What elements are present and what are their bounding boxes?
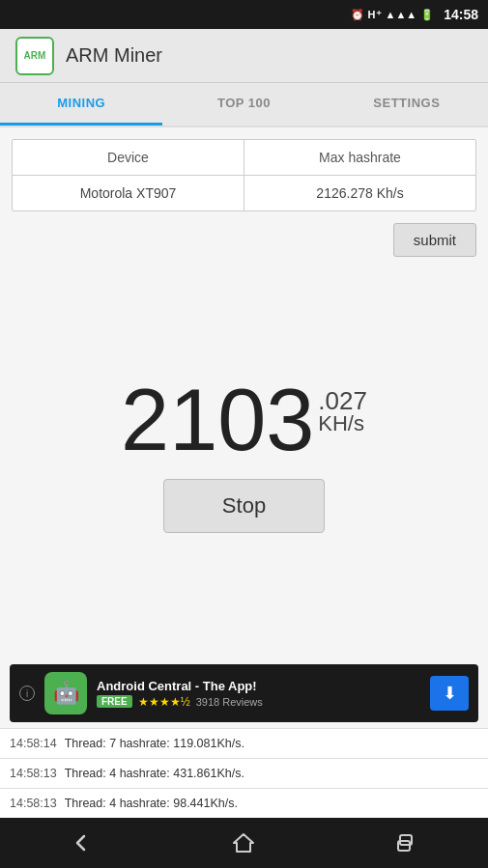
ad-banner: i 🤖 Android Central - The App! FREE ★★★★… — [10, 664, 478, 722]
log-time-3: 14:58:13 — [10, 797, 57, 810]
submit-button[interactable]: submit — [393, 223, 476, 257]
svg-marker-0 — [234, 834, 253, 852]
ad-download-button[interactable]: ⬇ — [430, 676, 469, 711]
hashrate-unit: KH/s — [318, 413, 367, 434]
ad-free-badge: FREE — [97, 695, 132, 708]
home-icon — [232, 831, 255, 854]
log-message-2: Thread: 4 hashrate: 431.861Kh/s. — [65, 767, 244, 780]
ad-info-icon: i — [19, 686, 35, 701]
logo-text: ARM — [24, 50, 46, 61]
table-row: Motorola XT907 2126.278 Kh/s — [13, 176, 475, 210]
status-time: 14:58 — [444, 7, 478, 22]
hashrate-decimal-unit: .027 KH/s — [318, 377, 367, 434]
log-time-2: 14:58:13 — [10, 767, 57, 780]
log-entry-3: 14:58:13 Thread: 4 hashrate: 98.441Kh/s. — [0, 788, 488, 818]
nav-bar — [0, 818, 488, 868]
tab-settings[interactable]: SETTINGS — [326, 83, 488, 126]
back-icon — [71, 832, 92, 854]
signal-icon: ▲▲▲ — [386, 9, 417, 20]
header-hashrate: Max hashrate — [244, 140, 475, 175]
ad-icon-emoji: 🤖 — [53, 681, 79, 706]
hashrate-main-number: 2103 — [121, 377, 314, 463]
table-header-row: Device Max hashrate — [13, 140, 475, 176]
ad-stars: ★★★★½ — [138, 695, 190, 709]
header-device: Device — [13, 140, 244, 175]
ad-subtitle: FREE ★★★★½ 3918 Reviews — [97, 695, 420, 709]
tab-mining[interactable]: MINING — [0, 83, 162, 126]
nav-back-button[interactable] — [52, 824, 110, 862]
max-hashrate-value: 2126.278 Kh/s — [244, 176, 475, 210]
nav-recents-button[interactable] — [378, 824, 436, 862]
log-entry-1: 14:58:14 Thread: 7 hashrate: 119.081Kh/s… — [0, 728, 488, 758]
app-title: ARM Miner — [66, 44, 162, 67]
recents-icon — [395, 831, 418, 854]
log-entry-2: 14:58:13 Thread: 4 hashrate: 431.861Kh/s… — [0, 758, 488, 788]
app-header: ARM ARM Miner — [0, 29, 488, 83]
hashrate-display: 2103 .027 KH/s Stop — [0, 265, 488, 664]
hashrate-table: Device Max hashrate Motorola XT907 2126.… — [12, 139, 476, 211]
log-message-1: Thread: 7 hashrate: 119.081Kh/s. — [65, 737, 244, 750]
status-icons: ⏰ H⁺ ▲▲▲ 🔋 14:58 — [351, 7, 478, 22]
hashrate-decimal: .027 — [318, 388, 367, 413]
device-name: Motorola XT907 — [13, 176, 244, 210]
nav-home-button[interactable] — [215, 824, 273, 862]
submit-row: submit — [0, 223, 488, 265]
app-logo: ARM — [15, 37, 54, 75]
log-time-1: 14:58:14 — [10, 737, 57, 750]
battery-icon: 🔋 — [420, 9, 434, 21]
log-entries: 14:58:14 Thread: 7 hashrate: 119.081Kh/s… — [0, 728, 488, 818]
tab-top100[interactable]: TOP 100 — [162, 83, 325, 126]
tab-bar: MINING TOP 100 SETTINGS — [0, 83, 488, 127]
network-icon: H⁺ — [368, 9, 382, 21]
stop-button[interactable]: Stop — [163, 479, 325, 533]
ad-reviews: 3918 Reviews — [196, 696, 263, 708]
ad-title: Android Central - The App! — [97, 679, 420, 693]
ad-app-icon: 🤖 — [44, 672, 87, 714]
log-message-3: Thread: 4 hashrate: 98.441Kh/s. — [65, 797, 238, 810]
hashrate-value-container: 2103 .027 KH/s — [121, 377, 367, 463]
main-content: Device Max hashrate Motorola XT907 2126.… — [0, 127, 488, 818]
ad-text: Android Central - The App! FREE ★★★★½ 39… — [97, 679, 420, 709]
status-bar: ⏰ H⁺ ▲▲▲ 🔋 14:58 — [0, 0, 488, 29]
clock-icon: ⏰ — [351, 9, 364, 21]
